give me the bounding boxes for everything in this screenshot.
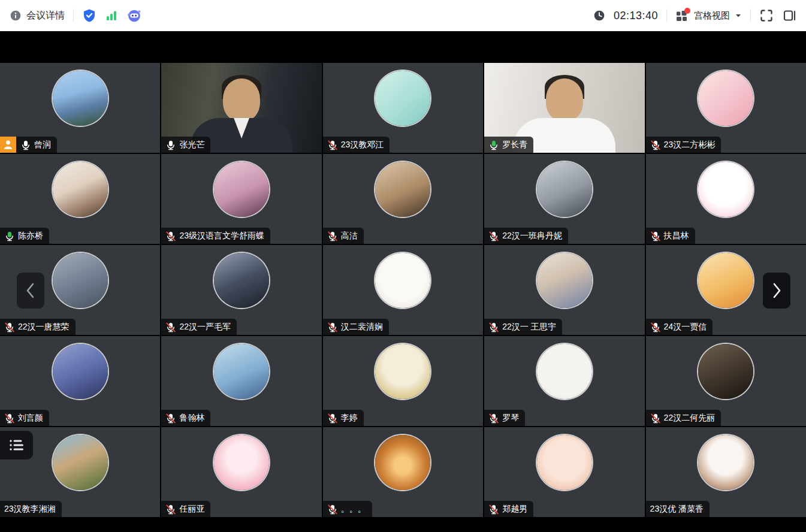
participant-tile[interactable]: 罗长青	[484, 63, 644, 153]
participant-tile[interactable]: 罗琴	[484, 336, 644, 426]
avatar	[698, 162, 753, 217]
participant-tile[interactable]: 郑越男	[484, 427, 644, 517]
avatar	[375, 71, 430, 126]
shield-check-icon[interactable]	[82, 8, 96, 23]
participant-tile[interactable]: 扶昌林	[646, 154, 806, 244]
avatar	[698, 253, 753, 308]
participant-tile[interactable]: 22汉一 王思宇	[484, 245, 644, 335]
participant-name: 23级汉语言文学舒雨蝶	[179, 231, 264, 241]
participant-tile[interactable]: 23汉二方彬彬	[646, 63, 806, 153]
participant-name: 郑越男	[502, 504, 527, 515]
name-label: 刘言颜	[0, 410, 49, 426]
name-label: 24汉一贾信	[646, 319, 713, 335]
participant-tile[interactable]: 22汉一班冉丹妮	[484, 154, 644, 244]
mic-icon	[327, 504, 338, 515]
avatar	[698, 344, 753, 399]
participant-grid: 曾润 张光芒 23汉教邓江	[0, 63, 806, 517]
participant-tile[interactable]: 曾润	[0, 63, 160, 153]
chevron-left-icon	[24, 282, 37, 300]
divider	[666, 9, 667, 22]
avatar	[375, 253, 430, 308]
mic-icon	[4, 413, 15, 424]
participant-name: 22汉一严毛军	[179, 322, 231, 332]
participant-tile[interactable]: 23汉教邓江	[323, 63, 483, 153]
mic-icon	[20, 140, 31, 150]
previous-page-button[interactable]	[17, 273, 44, 309]
side-panel-icon[interactable]	[782, 8, 796, 23]
name-label: 汉二裴清娴	[323, 319, 389, 335]
avatar	[375, 435, 430, 490]
name-label: 。。。	[323, 501, 372, 517]
avatar	[537, 344, 592, 399]
name-label: 22汉一唐慧荣	[0, 319, 76, 335]
signal-bars-icon[interactable]	[105, 9, 118, 22]
participant-name: 23汉教邓江	[341, 140, 384, 150]
participant-tile[interactable]: 23汉优 潘菜香	[646, 427, 806, 517]
notification-dot	[684, 8, 690, 14]
participant-name: 23汉二方彬彬	[664, 140, 716, 150]
meeting-topbar: 会议详情 02:13:40 宫格视图	[0, 0, 806, 31]
mic-icon	[327, 140, 338, 150]
mic-icon	[165, 504, 176, 515]
meeting-details-button[interactable]: 会议详情	[10, 10, 65, 22]
next-page-button[interactable]	[763, 273, 790, 309]
chevron-down-icon	[735, 12, 742, 19]
participant-name: 22汉一唐慧荣	[18, 322, 70, 332]
meeting-timer: 02:13:40	[614, 10, 658, 22]
name-label: 鲁翰林	[161, 410, 210, 426]
name-label: 22汉二何先丽	[646, 410, 722, 426]
participant-tile[interactable]: 汉二裴清娴	[323, 245, 483, 335]
ai-assistant-icon[interactable]	[126, 8, 142, 23]
view-switcher-button[interactable]: 宫格视图	[675, 10, 742, 22]
participant-tile[interactable]: 鲁翰林	[161, 336, 321, 426]
avatar	[375, 344, 430, 399]
mic-icon	[488, 322, 499, 332]
name-label: 张光芒	[161, 137, 210, 153]
participant-list-button[interactable]	[0, 431, 33, 460]
avatar	[53, 162, 108, 217]
participant-tile[interactable]: 陈亦桥	[0, 154, 160, 244]
participant-tile[interactable]: 刘言颜	[0, 336, 160, 426]
mic-icon	[488, 231, 499, 241]
mic-icon	[488, 413, 499, 424]
participant-tile[interactable]: 。。。	[323, 427, 483, 517]
name-label: 23汉优 潘菜香	[646, 501, 710, 517]
name-label: 李婷	[323, 410, 364, 426]
avatar	[214, 253, 269, 308]
participant-name: 汉二裴清娴	[341, 322, 383, 332]
participant-tile[interactable]: 李婷	[323, 336, 483, 426]
mic-icon	[165, 413, 176, 424]
name-label: 任丽亚	[161, 501, 210, 517]
name-label: 23级汉语言文学舒雨蝶	[161, 228, 270, 244]
participant-list-icon	[8, 438, 25, 452]
name-label: 曾润	[16, 137, 57, 153]
participant-name: 扶昌林	[664, 231, 689, 241]
avatar	[375, 162, 430, 217]
name-label: 郑越男	[484, 501, 533, 517]
participant-tile[interactable]: 张光芒	[161, 63, 321, 153]
participant-name: 刘言颜	[18, 413, 43, 424]
participant-name: 高洁	[341, 231, 358, 241]
avatar	[537, 435, 592, 490]
mic-icon	[165, 140, 176, 150]
mic-icon	[327, 322, 338, 332]
name-label: 扶昌林	[646, 228, 695, 244]
fullscreen-icon[interactable]	[759, 8, 774, 23]
participant-tile[interactable]: 高洁	[323, 154, 483, 244]
participant-tile[interactable]: 任丽亚	[161, 427, 321, 517]
avatar	[698, 435, 753, 490]
mic-icon	[4, 231, 15, 241]
meeting-details-label: 会议详情	[26, 10, 65, 22]
mic-icon	[165, 322, 176, 332]
participant-tile[interactable]: 22汉二何先丽	[646, 336, 806, 426]
participant-name: 23汉优 潘菜香	[650, 504, 704, 515]
participant-name: 24汉一贾信	[664, 322, 707, 332]
name-label: 23汉教邓江	[323, 137, 390, 153]
name-label: 高洁	[323, 228, 364, 244]
participant-tile[interactable]: 22汉一严毛军	[161, 245, 321, 335]
participant-name: 陈亦桥	[18, 231, 43, 241]
participant-tile[interactable]: 23级汉语言文学舒雨蝶	[161, 154, 321, 244]
mic-icon	[488, 504, 499, 515]
name-label: 23汉二方彬彬	[646, 137, 722, 153]
participant-name: 张光芒	[179, 140, 204, 150]
